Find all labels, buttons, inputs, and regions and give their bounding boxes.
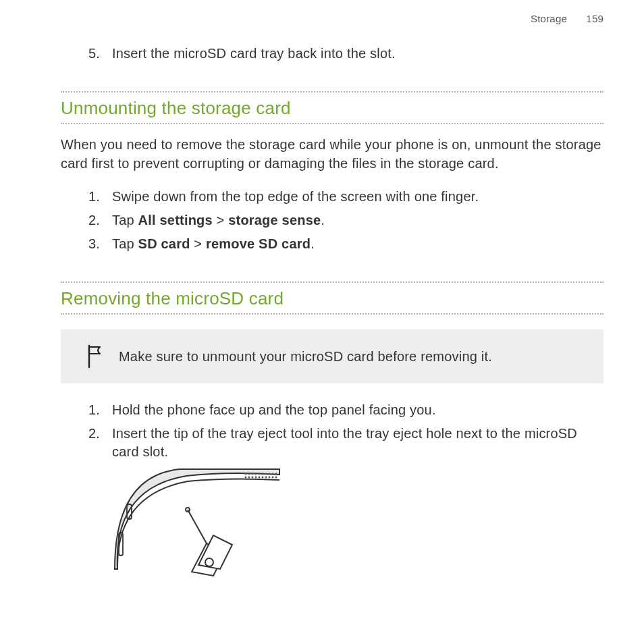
flag-icon xyxy=(85,344,104,369)
list-number: 2. xyxy=(81,425,112,461)
svg-point-5 xyxy=(259,473,261,475)
svg-point-13 xyxy=(252,477,254,479)
list-item: 1. Swipe down from the top edge of the s… xyxy=(61,188,603,206)
svg-line-24 xyxy=(188,510,207,543)
list-text: Hold the phone face up and the top panel… xyxy=(112,401,603,419)
list-text: Insert the microSD card tray back into t… xyxy=(112,45,603,63)
svg-point-15 xyxy=(259,477,261,479)
svg-point-25 xyxy=(205,558,213,566)
svg-point-17 xyxy=(265,477,267,479)
list-number: 1. xyxy=(81,188,112,206)
list-item: 2. Tap All settings > storage sense. xyxy=(61,211,603,230)
svg-point-14 xyxy=(255,477,257,479)
svg-point-20 xyxy=(275,477,277,479)
svg-point-12 xyxy=(248,477,250,479)
intro-paragraph: When you need to remove the storage card… xyxy=(61,135,603,173)
svg-point-10 xyxy=(275,473,277,475)
list-item: 1. Hold the phone face up and the top pa… xyxy=(61,401,603,419)
heading-removing: Removing the microSD card xyxy=(61,281,603,315)
svg-point-11 xyxy=(245,477,247,479)
svg-point-2 xyxy=(248,473,250,475)
svg-point-4 xyxy=(255,473,257,475)
note-text: Make sure to unmount your microSD card b… xyxy=(119,348,492,366)
list-item: 5. Insert the microSD card tray back int… xyxy=(61,45,603,63)
svg-point-7 xyxy=(265,473,267,475)
list-number: 1. xyxy=(81,401,112,419)
list-item: 2. Insert the tip of the tray eject tool… xyxy=(61,425,603,461)
list-number: 5. xyxy=(81,45,112,63)
header-page-number: 159 xyxy=(586,13,603,24)
document-page: Storage 159 5. Insert the microSD card t… xyxy=(0,0,644,583)
list-item: 3. Tap SD card > remove SD card. xyxy=(61,235,603,253)
list-text: Tap SD card > remove SD card. xyxy=(112,235,603,253)
svg-point-9 xyxy=(272,473,274,475)
list-text: Tap All settings > storage sense. xyxy=(112,211,603,230)
svg-point-3 xyxy=(252,473,254,475)
svg-point-1 xyxy=(245,473,247,475)
list-text: Insert the tip of the tray eject tool in… xyxy=(112,425,603,461)
header-section: Storage xyxy=(531,13,567,24)
heading-unmounting: Unmounting the storage card xyxy=(61,91,603,124)
list-number: 3. xyxy=(81,235,112,253)
svg-point-19 xyxy=(272,477,274,479)
svg-point-8 xyxy=(269,473,271,475)
phone-eject-illustration xyxy=(112,468,603,583)
page-header: Storage 159 xyxy=(61,12,603,26)
list-number: 2. xyxy=(81,211,112,230)
svg-point-16 xyxy=(262,477,264,479)
svg-point-6 xyxy=(262,473,264,475)
note-box: Make sure to unmount your microSD card b… xyxy=(61,329,603,383)
svg-point-18 xyxy=(269,477,271,479)
list-text: Swipe down from the top edge of the scre… xyxy=(112,188,603,206)
